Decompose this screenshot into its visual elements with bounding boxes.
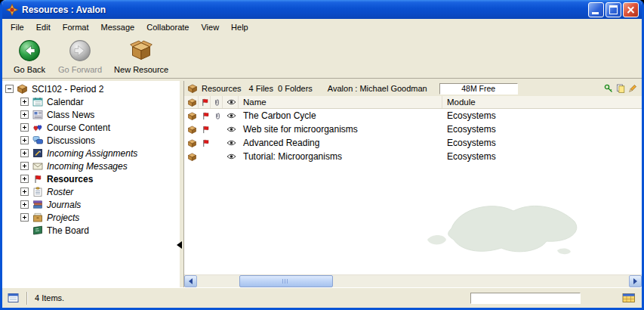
column-module[interactable]: Module — [442, 96, 642, 108]
new-resource-box-icon — [130, 39, 153, 64]
back-arrow-icon — [18, 39, 41, 64]
status-progress-field — [470, 293, 581, 304]
menu-item-view[interactable]: View — [195, 20, 225, 34]
assignments-icon — [32, 148, 43, 158]
maximize-button[interactable] — [605, 2, 621, 17]
go-forward-button[interactable]: Go Forward — [54, 38, 106, 76]
status-grid-icon[interactable] — [622, 293, 636, 303]
panel-splitter[interactable] — [180, 81, 183, 287]
resource-box-icon — [184, 122, 199, 136]
resource-module: Ecosystems — [442, 150, 642, 163]
new-resource-label: New Resource — [114, 65, 168, 74]
news-icon — [32, 110, 43, 119]
expand-expander[interactable] — [20, 149, 29, 157]
tree-item-incoming-messages[interactable]: Incoming Messages — [2, 160, 180, 172]
tree-item-label: Discussions — [47, 135, 95, 146]
tree-item-projects[interactable]: Projects — [2, 211, 180, 224]
title-bar[interactable]: Resources : Avalon — [2, 0, 642, 19]
tree-item-label: The Board — [47, 225, 89, 236]
tree-item-class-news[interactable]: Class News — [2, 108, 180, 121]
tree-item-course-content[interactable]: Course Content — [2, 121, 180, 134]
menu-item-collaborate[interactable]: Collaborate — [140, 20, 195, 34]
scroll-left-button[interactable] — [184, 275, 197, 287]
collapse-expander[interactable] — [5, 85, 14, 93]
resource-name: The Carbon Cycle — [239, 109, 442, 122]
tree-item-discussions[interactable]: Discussions — [2, 134, 180, 147]
minimize-button[interactable] — [588, 2, 604, 17]
panel-title: Resources — [202, 84, 242, 93]
roster-icon — [32, 187, 43, 197]
close-button[interactable] — [623, 2, 639, 17]
flag-icon — [32, 174, 43, 184]
tree-root-label: SCI102 - Period 2 — [32, 84, 103, 95]
tree-item-resources[interactable]: Resources — [2, 172, 180, 185]
item-count-text: 4 Items. — [35, 293, 64, 302]
journals-icon — [32, 200, 43, 209]
go-forward-label: Go Forward — [58, 65, 102, 74]
go-back-button[interactable]: Go Back — [8, 38, 51, 76]
menu-item-file[interactable]: File — [5, 20, 30, 34]
splitter-collapse-arrow[interactable] — [177, 241, 182, 249]
new-resource-button[interactable]: New Resource — [109, 38, 173, 76]
status-separator — [26, 292, 28, 305]
resource-name: Web site for microorganisms — [239, 122, 442, 136]
resource-box-icon — [188, 84, 197, 93]
tree-item-incoming-assignments[interactable]: Incoming Assignments — [2, 147, 180, 160]
column-header-row: Name Module — [184, 96, 642, 109]
expand-expander[interactable] — [20, 175, 29, 183]
expand-expander[interactable] — [20, 110, 29, 119]
go-back-label: Go Back — [14, 65, 45, 74]
main-area: SCI102 - Period 2 Calendar — [2, 79, 642, 287]
right-arrow-icon — [633, 278, 637, 284]
tree-item-label: Journals — [47, 200, 81, 210]
eye-icon — [223, 122, 239, 136]
tree-item-journals[interactable]: Journals — [2, 198, 180, 211]
scroll-right-button[interactable] — [629, 275, 642, 287]
status-bar: 4 Items. — [2, 287, 642, 308]
tree-item-roster[interactable]: Roster — [2, 185, 180, 198]
menu-item-format[interactable]: Format — [57, 20, 95, 34]
resource-list: The Carbon Cycle Ecosystems — [184, 109, 642, 274]
resource-row[interactable]: The Carbon Cycle Ecosystems — [184, 109, 642, 122]
copy-icon[interactable] — [616, 84, 625, 93]
resource-row[interactable]: Advanced Reading Ecosystems — [184, 136, 642, 150]
resource-name: Advanced Reading — [239, 136, 442, 150]
menu-item-help[interactable]: Help — [225, 20, 254, 34]
tree-root-course[interactable]: SCI102 - Period 2 — [2, 82, 180, 95]
expand-expander[interactable] — [20, 188, 29, 196]
tree-item-calendar[interactable]: Calendar — [2, 95, 180, 108]
column-visibility[interactable] — [223, 96, 239, 108]
expand-expander[interactable] — [20, 136, 29, 144]
column-attachment[interactable] — [211, 96, 223, 108]
resource-box-icon — [184, 136, 199, 150]
resource-box-icon — [184, 150, 199, 163]
expand-expander[interactable] — [20, 98, 29, 106]
expand-expander[interactable] — [20, 123, 29, 132]
key-icon[interactable] — [604, 84, 613, 93]
status-view-icon[interactable] — [8, 293, 20, 303]
menu-item-edit[interactable]: Edit — [30, 20, 57, 34]
column-name[interactable]: Name — [239, 96, 442, 108]
calendar-icon — [32, 97, 43, 107]
expand-expander[interactable] — [20, 213, 29, 222]
application-window: Resources : Avalon File Edit Format Mess… — [0, 0, 644, 310]
window-title: Resources : Avalon — [22, 5, 588, 15]
tree-item-label: Resources — [47, 174, 93, 184]
horizontal-scrollbar[interactable] — [184, 274, 642, 287]
expand-expander[interactable] — [20, 200, 29, 209]
column-flag[interactable] — [199, 96, 211, 108]
menu-item-message[interactable]: Message — [95, 20, 141, 34]
scrollbar-thumb[interactable] — [239, 275, 333, 287]
eye-icon — [223, 136, 239, 150]
app-icon[interactable] — [6, 4, 18, 16]
pencil-icon[interactable] — [628, 84, 637, 93]
resource-row[interactable]: Web site for microorganisms Ecosystems — [184, 122, 642, 136]
messages-icon — [32, 161, 43, 171]
tree-item-label: Class News — [47, 110, 94, 120]
file-count: 4 Files — [249, 84, 273, 93]
column-type[interactable] — [184, 96, 199, 108]
resource-row[interactable]: Tutorial: Microorganisms Ecosystems — [184, 150, 642, 163]
scrollbar-track[interactable] — [197, 275, 629, 287]
expand-expander[interactable] — [20, 162, 29, 170]
tree-item-the-board[interactable]: The Board — [2, 224, 180, 237]
